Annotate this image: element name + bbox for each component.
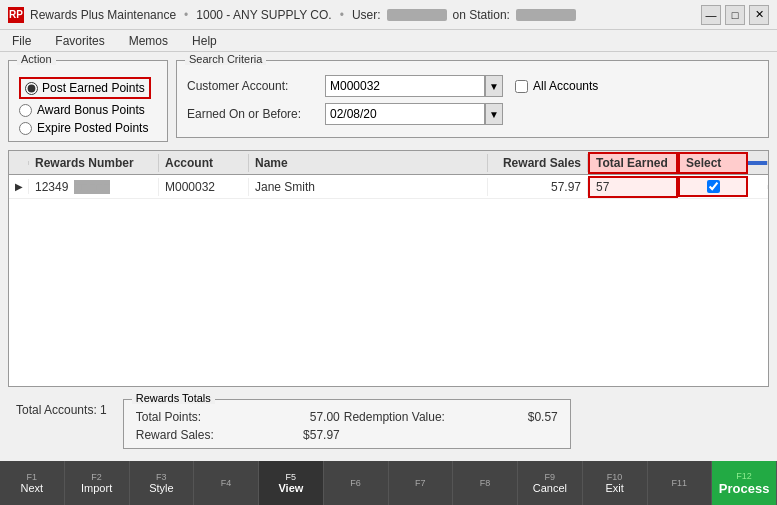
fkey-f9-num: F9 xyxy=(545,472,556,482)
action-expire-posted[interactable]: Expire Posted Points xyxy=(19,121,157,135)
col-rewards-number: Rewards Number xyxy=(29,154,159,172)
col-arrow xyxy=(9,161,29,165)
fkey-f2-label: Import xyxy=(81,482,112,494)
fkey-f2-num: F2 xyxy=(91,472,102,482)
cell-select[interactable] xyxy=(678,176,748,197)
fkey-f7[interactable]: F7 xyxy=(389,461,454,505)
fkey-f9-label: Cancel xyxy=(533,482,567,494)
customer-account-row: Customer Account: ▼ All Accounts xyxy=(187,75,758,97)
totals-grid: Total Points: 57.00 Redemption Value: $0… xyxy=(136,410,558,442)
cell-name: Jane Smith xyxy=(249,178,488,196)
customer-account-dropdown[interactable]: ▼ xyxy=(485,75,503,97)
fkey-f6[interactable]: F6 xyxy=(324,461,389,505)
post-earned-radio[interactable] xyxy=(25,82,38,95)
minimize-button[interactable]: — xyxy=(701,5,721,25)
bottom-area: Total Accounts: 1 Rewards Totals Total P… xyxy=(8,395,769,453)
action-radio-group: Post Earned Points Award Bonus Points Ex… xyxy=(19,77,157,135)
user-label: User: xyxy=(352,8,381,22)
reward-sales-label: Reward Sales: xyxy=(136,428,256,442)
fkey-f12-process[interactable]: F12 Process xyxy=(712,461,777,505)
company-name: 1000 - ANY SUPPLY CO. xyxy=(196,8,331,22)
total-accounts-value: 1 xyxy=(100,403,107,417)
top-panels: Action Post Earned Points Award Bonus Po… xyxy=(8,60,769,142)
fkey-f8[interactable]: F8 xyxy=(453,461,518,505)
cell-rewards-number: 12349 ■■■■■ xyxy=(29,178,159,196)
station-value xyxy=(516,9,576,21)
fkey-f12-label: Process xyxy=(719,481,770,496)
row-arrow: ▶ xyxy=(9,179,29,194)
fkey-f6-num: F6 xyxy=(350,478,361,488)
all-accounts-label: All Accounts xyxy=(533,79,598,93)
menu-memos[interactable]: Memos xyxy=(125,32,172,50)
col-icon[interactable] xyxy=(748,161,768,165)
fkey-f2[interactable]: F2 Import xyxy=(65,461,130,505)
station-label: on Station: xyxy=(453,8,510,22)
total-points-label: Total Points: xyxy=(136,410,256,424)
total-accounts: Total Accounts: 1 xyxy=(16,403,107,417)
menu-file[interactable]: File xyxy=(8,32,35,50)
customer-account-input[interactable] xyxy=(325,75,485,97)
award-bonus-label: Award Bonus Points xyxy=(37,103,145,117)
col-select: Select xyxy=(678,152,748,174)
award-bonus-radio[interactable] xyxy=(19,104,32,117)
action-award-bonus[interactable]: Award Bonus Points xyxy=(19,103,157,117)
fkey-f10[interactable]: F10 Exit xyxy=(583,461,648,505)
user-value xyxy=(387,9,447,21)
menu-help[interactable]: Help xyxy=(188,32,221,50)
all-accounts-checkbox[interactable] xyxy=(515,80,528,93)
search-criteria-panel: Search Criteria Customer Account: ▼ All … xyxy=(176,60,769,138)
main-table: Rewards Number Account Name Reward Sales… xyxy=(8,150,769,387)
fkey-f8-num: F8 xyxy=(480,478,491,488)
cell-total-earned: 57 xyxy=(588,176,678,198)
reward-sales-value: $57.97 xyxy=(260,428,340,442)
menu-favorites[interactable]: Favorites xyxy=(51,32,108,50)
fkey-f3-num: F3 xyxy=(156,472,167,482)
earned-on-dropdown[interactable]: ▼ xyxy=(485,103,503,125)
fkey-f3[interactable]: F3 Style xyxy=(130,461,195,505)
earned-on-row: Earned On or Before: ▼ xyxy=(187,103,758,125)
col-total-earned: Total Earned xyxy=(588,152,678,174)
fkey-f4[interactable]: F4 xyxy=(194,461,259,505)
total-points-value: 57.00 xyxy=(260,410,340,424)
fkey-f12-num: F12 xyxy=(736,471,752,481)
col-account: Account xyxy=(159,154,249,172)
fkey-bar: F1 Next F2 Import F3 Style F4 F5 View F6… xyxy=(0,461,777,505)
cell-icon[interactable] xyxy=(748,185,768,189)
fkey-f10-label: Exit xyxy=(605,482,623,494)
fkey-f1-label: Next xyxy=(21,482,44,494)
total-accounts-label: Total Accounts: xyxy=(16,403,97,417)
fkey-f1[interactable]: F1 Next xyxy=(0,461,65,505)
cell-reward-sales: 57.97 xyxy=(488,178,588,196)
title-bar: RP Rewards Plus Maintenance • 1000 - ANY… xyxy=(0,0,777,30)
rewards-totals-panel: Rewards Totals Total Points: 57.00 Redem… xyxy=(123,399,571,449)
fkey-f5-label: View xyxy=(278,482,303,494)
close-button[interactable]: ✕ xyxy=(749,5,769,25)
expire-posted-label: Expire Posted Points xyxy=(37,121,148,135)
row-select-checkbox[interactable] xyxy=(707,180,720,193)
fkey-f9[interactable]: F9 Cancel xyxy=(518,461,583,505)
rewards-totals-title: Rewards Totals xyxy=(132,392,215,404)
fkey-f3-label: Style xyxy=(149,482,173,494)
app-name: Rewards Plus Maintenance xyxy=(30,8,176,22)
post-earned-label: Post Earned Points xyxy=(42,81,145,95)
col-name: Name xyxy=(249,154,488,172)
fkey-f11[interactable]: F11 xyxy=(648,461,713,505)
redemption-value-label: Redemption Value: xyxy=(344,410,474,424)
fkey-f7-num: F7 xyxy=(415,478,426,488)
expire-posted-radio[interactable] xyxy=(19,122,32,135)
action-panel: Action Post Earned Points Award Bonus Po… xyxy=(8,60,168,142)
fkey-f10-num: F10 xyxy=(607,472,623,482)
customer-account-label: Customer Account: xyxy=(187,79,317,93)
earned-on-input[interactable] xyxy=(325,103,485,125)
table-header: Rewards Number Account Name Reward Sales… xyxy=(9,151,768,175)
fkey-f5[interactable]: F5 View xyxy=(259,461,324,505)
col-reward-sales: Reward Sales xyxy=(488,154,588,172)
maximize-button[interactable]: □ xyxy=(725,5,745,25)
fkey-f11-num: F11 xyxy=(672,478,688,488)
all-accounts-group: All Accounts xyxy=(515,79,598,93)
window-controls[interactable]: — □ ✕ xyxy=(701,5,769,25)
search-panel-title: Search Criteria xyxy=(185,53,266,65)
action-post-earned[interactable]: Post Earned Points xyxy=(19,77,157,99)
table-row[interactable]: ▶ 12349 ■■■■■ M000032 Jane Smith 57.97 5… xyxy=(9,175,768,199)
fkey-f5-num: F5 xyxy=(286,472,297,482)
